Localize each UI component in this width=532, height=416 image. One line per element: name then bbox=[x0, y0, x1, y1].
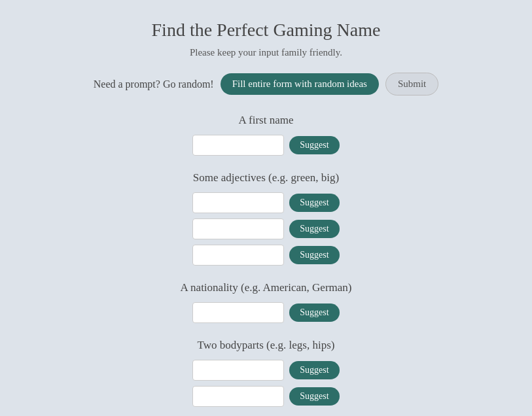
field-row-adjectives-2: Suggest bbox=[181, 245, 352, 266]
section-adjectives: Some adjectives (e.g. green, big)Suggest… bbox=[181, 171, 352, 266]
field-row-nationality-0: Suggest bbox=[181, 302, 352, 323]
random-bar-label: Need a prompt? Go random! bbox=[94, 78, 214, 90]
section-label-nationality: A nationality (e.g. American, German) bbox=[181, 281, 352, 294]
input-bodyparts-0[interactable] bbox=[192, 360, 284, 381]
random-bar: Need a prompt? Go random! Fill entire fo… bbox=[94, 73, 439, 95]
suggest-button-adjectives-1[interactable]: Suggest bbox=[289, 220, 339, 238]
input-first-name-0[interactable] bbox=[192, 135, 284, 156]
section-label-bodyparts: Two bodyparts (e.g. legs, hips) bbox=[181, 339, 352, 352]
input-bodyparts-1[interactable] bbox=[192, 386, 284, 407]
section-label-first-name: A first name bbox=[181, 114, 352, 127]
input-adjectives-2[interactable] bbox=[192, 245, 284, 266]
field-row-first-name-0: Suggest bbox=[181, 135, 352, 156]
suggest-button-bodyparts-0[interactable]: Suggest bbox=[289, 361, 339, 379]
section-nationality: A nationality (e.g. American, German)Sug… bbox=[181, 281, 352, 323]
suggest-button-nationality-0[interactable]: Suggest bbox=[289, 303, 339, 322]
form-sections: A first nameSuggestSome adjectives (e.g.… bbox=[181, 114, 352, 416]
field-row-bodyparts-0: Suggest bbox=[181, 360, 352, 381]
suggest-button-bodyparts-1[interactable]: Suggest bbox=[289, 387, 339, 406]
fill-random-button[interactable]: Fill entire form with random ideas bbox=[221, 73, 379, 95]
section-bodyparts: Two bodyparts (e.g. legs, hips)SuggestSu… bbox=[181, 339, 352, 407]
section-first-name: A first nameSuggest bbox=[181, 114, 352, 156]
input-adjectives-0[interactable] bbox=[192, 192, 284, 213]
input-adjectives-1[interactable] bbox=[192, 218, 284, 239]
page-title: Find the Perfect Gaming Name bbox=[152, 20, 381, 41]
field-row-adjectives-1: Suggest bbox=[181, 218, 352, 239]
suggest-button-adjectives-0[interactable]: Suggest bbox=[289, 194, 339, 212]
suggest-button-first-name-0[interactable]: Suggest bbox=[289, 136, 339, 154]
field-row-adjectives-0: Suggest bbox=[181, 192, 352, 213]
field-row-bodyparts-1: Suggest bbox=[181, 386, 352, 407]
section-label-adjectives: Some adjectives (e.g. green, big) bbox=[181, 171, 352, 184]
input-nationality-0[interactable] bbox=[192, 302, 284, 323]
suggest-button-adjectives-2[interactable]: Suggest bbox=[289, 246, 339, 264]
page-subtitle: Please keep your input family friendly. bbox=[190, 47, 342, 58]
submit-button[interactable]: Submit bbox=[385, 73, 438, 95]
